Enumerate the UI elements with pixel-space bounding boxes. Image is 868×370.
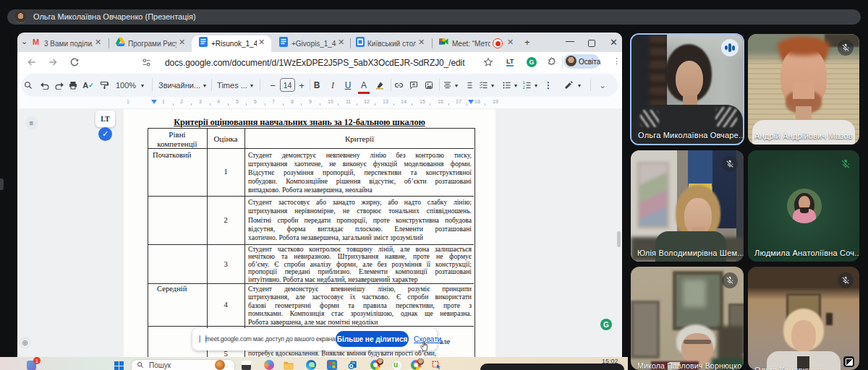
svg-text:1: 1	[523, 81, 525, 85]
svg-text:2: 2	[523, 86, 525, 90]
